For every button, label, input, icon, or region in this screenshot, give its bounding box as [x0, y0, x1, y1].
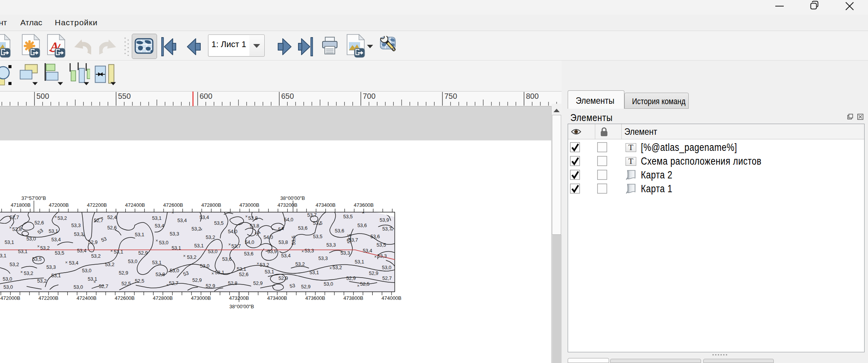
svg-text:53,1: 53,1: [135, 232, 144, 237]
svg-text:53,0: 53,0: [82, 268, 92, 273]
svg-text:52,9: 52,9: [88, 239, 98, 245]
svg-text:×: ×: [391, 227, 393, 232]
svg-text:473200В: 473200В: [277, 202, 297, 208]
svg-text:53,1: 53,1: [5, 239, 14, 245]
svg-text:53,4: 53,4: [281, 253, 291, 258]
svg-text:473400В: 473400В: [267, 295, 287, 301]
svg-text:53,6: 53,6: [244, 251, 254, 257]
svg-text:53,1: 53,1: [215, 270, 224, 275]
svg-text:×: ×: [110, 249, 113, 253]
svg-text:54,0: 54,0: [264, 234, 273, 240]
svg-text:53,1: 53,1: [355, 259, 364, 265]
svg-text:53,6: 53,6: [357, 222, 367, 228]
svg-text:800: 800: [526, 92, 539, 100]
svg-text:53,0: 53,0: [159, 240, 169, 245]
svg-text:×: ×: [245, 214, 247, 219]
svg-text:53,4: 53,4: [177, 217, 187, 223]
svg-text:53,3: 53,3: [170, 231, 179, 237]
svg-text:53,6: 53,6: [222, 256, 232, 262]
svg-text:472800В: 472800В: [201, 202, 221, 208]
svg-text:700: 700: [363, 92, 375, 100]
svg-text:54,0: 54,0: [245, 239, 254, 245]
svg-text:53,2: 53,2: [10, 262, 19, 267]
svg-text:472200В: 472200В: [87, 202, 107, 208]
svg-text:474000В: 474000В: [382, 295, 401, 301]
svg-text:52,9: 52,9: [253, 280, 263, 286]
svg-text:×: ×: [183, 253, 185, 258]
svg-text:×: ×: [211, 271, 214, 276]
svg-text:38°00′00″В: 38°00′00″В: [280, 195, 305, 201]
svg-text:53,5: 53,5: [313, 234, 323, 239]
svg-text:53,0: 53,0: [324, 281, 333, 287]
svg-text:×: ×: [318, 222, 321, 226]
svg-text:53,7: 53,7: [307, 212, 317, 218]
svg-text:473000В: 473000В: [239, 202, 259, 208]
svg-text:52,9: 52,9: [192, 277, 202, 283]
svg-text:53,4: 53,4: [200, 214, 209, 220]
svg-text:472800В: 472800В: [153, 295, 173, 301]
svg-text:473800В: 473800В: [343, 295, 363, 301]
svg-text:53,6: 53,6: [335, 228, 344, 234]
svg-text:×: ×: [37, 244, 39, 249]
svg-text:53,2: 53,2: [206, 234, 215, 240]
svg-text:52,8: 52,8: [228, 280, 237, 286]
svg-text:53,1: 53,1: [152, 260, 162, 265]
svg-text:53,3: 53,3: [305, 248, 314, 253]
svg-text:52,6: 52,6: [239, 271, 249, 277]
svg-text:53,2: 53,2: [295, 261, 305, 267]
svg-text:472000В: 472000В: [49, 202, 69, 208]
svg-text:×: ×: [301, 249, 304, 253]
svg-text:53,5: 53,5: [291, 235, 296, 245]
svg-text:×: ×: [257, 261, 259, 266]
svg-text:53: 53: [289, 283, 295, 289]
svg-text:×: ×: [374, 254, 377, 259]
svg-text:53,0: 53,0: [382, 265, 391, 270]
svg-text:53,0: 53,0: [3, 276, 12, 282]
svg-text:472400В: 472400В: [77, 295, 97, 301]
svg-text:473600В: 473600В: [354, 202, 373, 208]
svg-text:53,1: 53,1: [49, 228, 58, 234]
svg-text:×: ×: [329, 266, 332, 270]
svg-text:53,2: 53,2: [24, 270, 33, 276]
svg-text:52,5: 52,5: [121, 281, 131, 286]
svg-text:53,6: 53,6: [298, 225, 308, 231]
svg-text:52,9: 52,9: [206, 283, 215, 289]
svg-text:750: 750: [444, 92, 457, 100]
svg-text:52,7: 52,7: [94, 217, 103, 223]
svg-text:52,7: 52,7: [169, 280, 179, 286]
svg-text:54,0: 54,0: [284, 217, 293, 222]
svg-text:53,0: 53,0: [74, 284, 83, 290]
svg-text:53,8: 53,8: [278, 239, 288, 245]
svg-text:53,7: 53,7: [382, 226, 392, 232]
svg-text:52,7: 52,7: [10, 214, 19, 220]
svg-text:53,1: 53,1: [0, 253, 7, 258]
svg-text:471800В: 471800В: [11, 202, 31, 208]
svg-text:472400В: 472400В: [125, 202, 145, 208]
svg-text:53,2: 53,2: [40, 245, 50, 251]
svg-text:×: ×: [20, 270, 23, 274]
svg-text:×: ×: [228, 242, 231, 247]
svg-text:53,5: 53,5: [377, 242, 386, 248]
svg-text:53,3: 53,3: [341, 250, 350, 256]
svg-text:×: ×: [362, 210, 364, 214]
svg-text:52,9: 52,9: [346, 275, 356, 281]
svg-text:×: ×: [82, 233, 85, 238]
svg-text:52,9: 52,9: [369, 270, 378, 276]
svg-text:×: ×: [65, 260, 67, 265]
svg-text:52,9: 52,9: [278, 275, 288, 281]
svg-text:53,6: 53,6: [370, 234, 380, 239]
svg-text:53,5: 53,5: [343, 214, 353, 219]
svg-text:53,5: 53,5: [313, 220, 323, 226]
svg-text:472000В: 472000В: [0, 295, 20, 301]
svg-text:472600В: 472600В: [163, 202, 183, 208]
svg-text:52,8: 52,8: [156, 271, 165, 277]
svg-text:53,4: 53,4: [77, 248, 87, 253]
svg-text:53,1: 53,1: [265, 269, 274, 275]
svg-text:×: ×: [357, 283, 359, 288]
svg-text:53,2: 53,2: [57, 215, 67, 221]
svg-text:53,7: 53,7: [231, 243, 241, 249]
svg-text:53,9: 53,9: [267, 249, 277, 254]
svg-text:53,0: 53,0: [200, 263, 210, 269]
svg-text:53,1: 53,1: [152, 215, 162, 221]
svg-text:38°00′00″В: 38°00′00″В: [229, 304, 254, 309]
